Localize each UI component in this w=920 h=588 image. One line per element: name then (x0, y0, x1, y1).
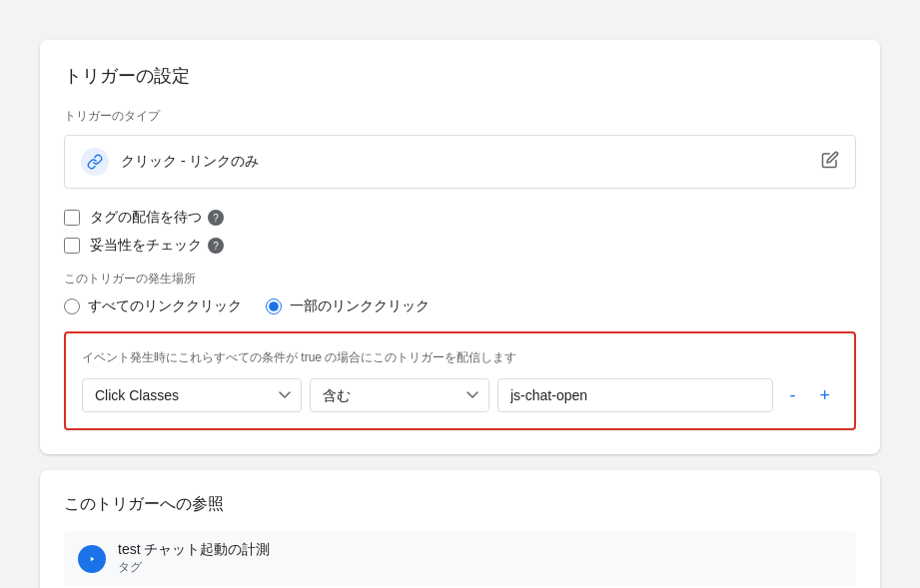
page-wrapper: トリガーの設定 トリガーのタイプ クリック - リンクのみ (20, 20, 900, 588)
condition-input-value[interactable] (497, 378, 773, 412)
trigger-type-left: クリック - リンクのみ (81, 148, 259, 176)
checkbox-tag-wait[interactable] (64, 210, 80, 226)
radio-row-1: すべてのリンククリック (64, 297, 242, 315)
reference-card-title: このトリガーへの参照 (64, 494, 856, 515)
add-condition-button[interactable]: + (811, 382, 838, 408)
reference-card: このトリガーへの参照 test チャット起動の計測 タグ (40, 470, 880, 588)
help-icon-1[interactable]: ? (208, 210, 224, 226)
help-icon-2[interactable]: ? (208, 238, 224, 254)
ref-item-type: タグ (118, 559, 270, 576)
checkbox-row-2: 妥当性をチェック ? (64, 237, 856, 255)
radio-all-clicks[interactable] (64, 298, 80, 314)
trigger-type-label: トリガーのタイプ (64, 108, 856, 125)
condition-header: イベント発生時にこれらすべての条件が true の場合にこのトリガーを配信します (82, 349, 838, 366)
checkbox-tag-wait-label: タグの配信を待つ ? (90, 209, 224, 227)
link-icon (81, 148, 109, 176)
ref-item[interactable]: test チャット起動の計測 タグ (64, 531, 856, 586)
checkbox-validity-label: 妥当性をチェック ? (90, 237, 224, 255)
remove-condition-button[interactable]: - (781, 382, 803, 408)
radio-row-2: 一部のリンククリック (266, 297, 430, 315)
radio-group: すべてのリンククリック 一部のリンククリック (64, 297, 856, 315)
ref-item-icon (78, 545, 106, 573)
trigger-settings-card: トリガーの設定 トリガーのタイプ クリック - リンクのみ (40, 40, 880, 454)
occurrence-section: このトリガーの発生場所 すべてのリンククリック 一部のリンククリック (64, 271, 856, 315)
ref-item-text: test チャット起動の計測 タグ (118, 541, 270, 576)
condition-row: Click Classes 含む - + (82, 378, 838, 412)
trigger-type-value: クリック - リンクのみ (121, 153, 259, 171)
checkbox-row-1: タグの配信を待つ ? (64, 209, 856, 227)
condition-select-contains[interactable]: 含む (310, 378, 489, 412)
occurrence-label: このトリガーの発生場所 (64, 271, 856, 288)
condition-select-click-classes[interactable]: Click Classes (82, 378, 302, 412)
radio-some-clicks[interactable] (266, 298, 282, 314)
trigger-type-box[interactable]: クリック - リンクのみ (64, 135, 856, 189)
condition-section: イベント発生時にこれらすべての条件が true の場合にこのトリガーを配信します… (64, 331, 856, 430)
radio-some-clicks-label: 一部のリンククリック (290, 297, 430, 315)
card-title: トリガーの設定 (64, 64, 856, 88)
radio-all-clicks-label: すべてのリンククリック (88, 297, 242, 315)
ref-item-name: test チャット起動の計測 (118, 541, 270, 559)
checkbox-validity[interactable] (64, 238, 80, 254)
edit-icon[interactable] (821, 151, 839, 174)
